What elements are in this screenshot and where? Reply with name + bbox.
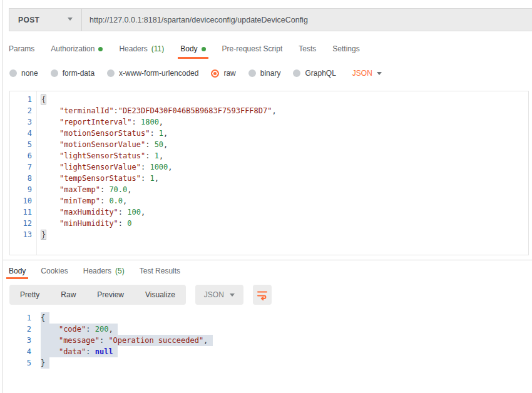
line-number: 8 — [10, 173, 36, 184]
code-token: 0 — [127, 219, 131, 228]
request-tab-label: Authorization — [51, 44, 95, 53]
code-token: 0.0 — [109, 196, 123, 205]
view-mode-preview[interactable]: Preview — [86, 290, 135, 299]
response-tabs: BodyCookiesHeaders(5)Test Results — [9, 262, 180, 279]
code-line[interactable]: "minTemp": 0.0, — [36, 195, 127, 207]
code-token — [41, 140, 59, 149]
code-token: : — [118, 219, 127, 228]
code-token: "motionSensorValue" — [59, 140, 145, 149]
code-line[interactable]: "message": "Operation succeeded", — [36, 335, 213, 346]
body-type-label: form-data — [63, 69, 95, 78]
code-line[interactable]: "motionSensorValue": 50, — [36, 139, 168, 150]
code-token: 70.0 — [109, 185, 127, 194]
code-token — [41, 106, 59, 115]
code-token — [41, 185, 59, 194]
code-line[interactable]: "terminalId":"DE23DFD430F046B5B9683F7593… — [36, 105, 277, 116]
chevron-down-icon — [377, 72, 382, 75]
green-dot-icon — [98, 47, 103, 51]
request-tab-headers[interactable]: Headers(11) — [119, 39, 164, 59]
response-body-editor[interactable]: 1{ 2 "code": 200, 3 "message": "Operatio… — [9, 312, 529, 369]
code-token: : — [118, 208, 127, 217]
raw-language-dropdown[interactable]: JSON — [352, 69, 382, 78]
code-token — [45, 314, 49, 322]
radio-button-icon — [293, 69, 300, 77]
code-token: null — [95, 347, 113, 356]
request-tab-body[interactable]: Body — [180, 39, 205, 59]
line-number: 1 — [9, 312, 36, 324]
url-input[interactable]: http://127.0.0.1:8181/spartan/deviceconf… — [82, 9, 532, 31]
code-token: "lightSensorValue" — [59, 163, 141, 171]
method-label: POST — [18, 16, 39, 24]
wrap-text-icon — [257, 289, 268, 300]
request-tab-pre-request-script[interactable]: Pre-request Script — [222, 39, 283, 59]
view-mode-pretty[interactable]: Pretty — [9, 290, 50, 299]
code-line[interactable]: "tempSensorStatus": 1, — [36, 173, 159, 184]
body-type-selector: noneform-datax-www-form-urlencodedrawbin… — [9, 64, 382, 82]
body-type-binary[interactable]: binary — [248, 69, 281, 78]
request-body-editor[interactable]: 1{2 "terminalId":"DE23DFD430F046B5B9683F… — [9, 91, 529, 255]
code-token: "tempSensorStatus" — [59, 174, 141, 183]
response-tab-headers[interactable]: Headers(5) — [83, 262, 125, 279]
editor-line: 5} — [9, 357, 529, 369]
code-line[interactable]: { — [36, 94, 46, 105]
view-mode-visualize[interactable]: Visualize — [135, 290, 186, 299]
body-type-label: GraphQL — [305, 69, 335, 78]
code-line[interactable]: "code": 200, — [36, 324, 118, 335]
code-token: 50 — [155, 140, 163, 149]
code-token: : — [86, 347, 95, 356]
response-tab-cookies[interactable]: Cookies — [41, 262, 68, 279]
response-tab-test-results[interactable]: Test Results — [140, 262, 180, 279]
editor-line: 5 "motionSensorValue": 50, — [10, 139, 528, 150]
line-number: 6 — [10, 150, 36, 161]
code-token: "Operation succeeded" — [108, 336, 203, 345]
code-line[interactable]: "lightSensorValue": 1000, — [36, 161, 173, 173]
body-type-raw[interactable]: raw — [211, 69, 235, 78]
code-token: : — [150, 129, 158, 138]
code-line[interactable]: "reportInterval": 1800, — [36, 116, 163, 128]
body-type-radios: noneform-datax-www-form-urlencodedrawbin… — [9, 69, 336, 78]
body-type-x-www-form-urlencoded[interactable]: x-www-form-urlencoded — [107, 69, 198, 78]
body-type-graphql[interactable]: GraphQL — [293, 69, 335, 78]
code-line[interactable]: "minHumidity": 0 — [36, 218, 132, 229]
code-token: , — [159, 118, 163, 126]
code-line[interactable]: "lightSensorStatus": 1, — [36, 150, 163, 161]
request-tab-settings[interactable]: Settings — [332, 39, 359, 59]
body-type-none[interactable]: none — [9, 69, 38, 78]
code-token: "maxTemp" — [59, 185, 100, 194]
request-tab-authorization[interactable]: Authorization — [51, 39, 103, 59]
code-token: : — [141, 174, 150, 183]
code-token: , — [155, 174, 159, 183]
view-mode-raw[interactable]: Raw — [50, 290, 86, 299]
code-token: 200 — [95, 325, 109, 334]
code-line[interactable]: { — [36, 312, 49, 324]
method-selector[interactable]: POST — [9, 9, 82, 31]
body-type-label: raw — [223, 69, 235, 78]
code-token: , — [127, 185, 131, 194]
code-token: 1 — [150, 174, 154, 183]
body-type-form-data[interactable]: form-data — [51, 69, 95, 78]
request-tab-params[interactable]: Params — [9, 39, 34, 59]
code-token: , — [123, 196, 127, 205]
response-tab-body[interactable]: Body — [9, 262, 26, 279]
code-line[interactable]: } — [36, 357, 49, 369]
wrap-lines-button[interactable] — [253, 285, 272, 305]
request-tab-tests[interactable]: Tests — [299, 39, 316, 59]
line-number: 11 — [10, 207, 36, 218]
line-number: 4 — [9, 346, 36, 357]
code-line[interactable]: } — [36, 229, 46, 240]
code-token: "minHumidity" — [59, 219, 118, 228]
code-line[interactable]: "data": null — [36, 346, 118, 357]
code-token: , — [163, 140, 168, 149]
code-token: : — [145, 151, 154, 160]
request-tab-label: Tests — [299, 44, 316, 53]
green-dot-icon — [202, 47, 206, 51]
code-line[interactable]: "motionSensorStatus": 1, — [36, 128, 168, 139]
line-number: 3 — [9, 335, 36, 346]
response-tab-label: Headers — [83, 267, 111, 275]
code-token: "lightSensorStatus" — [59, 151, 145, 160]
code-line[interactable]: "maxHumidity": 100, — [36, 207, 145, 218]
response-format-dropdown[interactable]: JSON — [195, 285, 243, 305]
code-line[interactable]: "maxTemp": 70.0, — [36, 184, 132, 195]
code-token: : — [145, 140, 154, 149]
code-token: , — [163, 129, 168, 138]
